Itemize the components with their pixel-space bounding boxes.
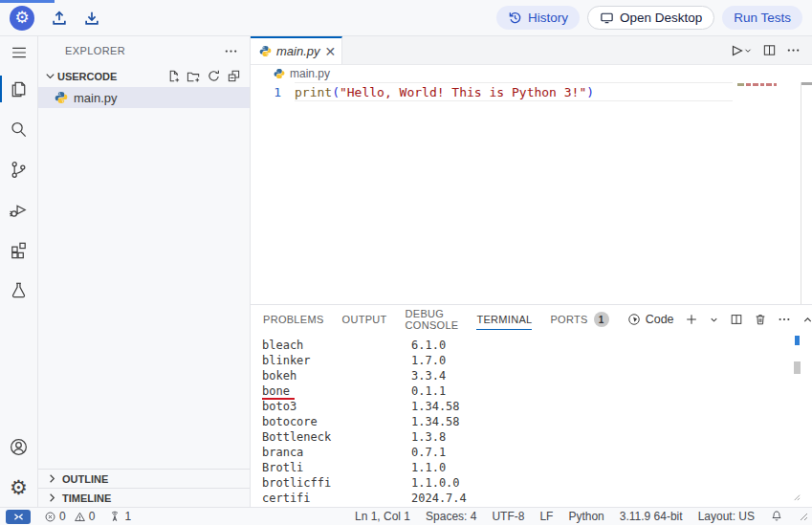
source-control-icon	[8, 159, 30, 181]
explorer-header: EXPLORER	[38, 36, 250, 65]
minimap-code-mark	[746, 83, 751, 86]
notifications-bell-icon[interactable]	[770, 510, 783, 523]
terminal-row: certifi2024.7.4	[262, 491, 812, 506]
cursor-position-status[interactable]: Ln 1, Col 1	[355, 510, 410, 523]
maximize-panel-chevron-up-icon[interactable]	[801, 314, 812, 326]
sidebar-item-run-debug[interactable]	[0, 189, 38, 230]
line-number[interactable]: 1	[251, 85, 281, 99]
code-line[interactable]: 1print("Hello, World! This is Python 3!"…	[251, 82, 732, 101]
package-name: certifi	[262, 492, 311, 505]
terminal-dropdown-chevron-icon[interactable]	[709, 315, 719, 325]
minimap-code-mark	[753, 83, 758, 86]
breadcrumb-label: main.py	[290, 67, 330, 80]
code-editor[interactable]: 1print("Hello, World! This is Python 3!"…	[251, 82, 812, 304]
collapse-all-icon[interactable]	[227, 69, 241, 83]
forwarded-ports-status[interactable]: 1	[108, 510, 131, 523]
upload-button[interactable]	[48, 7, 71, 30]
package-version: 1.34.58	[411, 414, 460, 429]
sidebar-item-extensions[interactable]	[0, 230, 38, 270]
tab-close-icon[interactable]: ✕	[325, 45, 337, 58]
terminal-output[interactable]: bleach6.1.0 blinker1.7.0 bokeh3.3.4 bone…	[251, 334, 812, 507]
gear-glyph: ⚙	[14, 10, 29, 26]
explorer-sidebar: EXPLORER USERCODE main.py OUT	[38, 36, 251, 507]
new-folder-icon[interactable]	[187, 69, 201, 83]
timeline-section[interactable]: TIMELINE	[38, 488, 250, 507]
history-label: History	[528, 11, 568, 25]
beaker-icon	[8, 279, 30, 301]
package-name: Bottleneck	[262, 430, 331, 444]
breadcrumb: main.py	[251, 65, 812, 82]
settings-gear-icon[interactable]: ⚙	[0, 467, 38, 507]
outline-label: OUTLINE	[62, 473, 108, 485]
split-terminal-icon[interactable]	[730, 313, 743, 326]
refresh-icon[interactable]	[207, 69, 221, 83]
ports-count-badge: 1	[594, 312, 609, 327]
terminal-row: Bottleneck1.3.8	[262, 429, 812, 445]
kill-terminal-trash-icon[interactable]	[754, 313, 767, 326]
history-button[interactable]: History	[496, 6, 580, 30]
python-file-icon	[274, 68, 285, 79]
tab-main-py[interactable]: main.py ✕	[251, 36, 342, 64]
python-interpreter-status[interactable]: 3.11.9 64-bit	[620, 510, 683, 523]
vscode-web-window: ⚙ History Open Desktop Run Tests	[0, 0, 812, 525]
package-name: bokeh	[262, 369, 296, 383]
editor-scrollbar-thumb[interactable]	[801, 82, 812, 85]
sidebar-item-explorer[interactable]	[0, 69, 38, 109]
tab-ports[interactable]: PORTS 1	[550, 305, 608, 334]
keyboard-layout-status[interactable]: Layout: US	[698, 510, 755, 523]
terminal-profile-selector[interactable]: Code	[627, 313, 674, 326]
open-desktop-label: Open Desktop	[620, 11, 702, 25]
open-desktop-button[interactable]: Open Desktop	[587, 6, 714, 30]
minimap-code-mark	[737, 83, 744, 86]
new-terminal-icon[interactable]	[685, 313, 698, 326]
problems-status[interactable]: 0 0	[44, 510, 95, 523]
chevron-down-icon	[43, 69, 57, 83]
eol-status[interactable]: LF	[539, 510, 553, 523]
window-resize-grip-icon[interactable]	[799, 512, 808, 521]
sidebar-item-testing[interactable]	[0, 270, 38, 310]
encoding-status[interactable]: UTF-8	[492, 510, 524, 523]
terminal-row: brotlicffi1.1.0.0	[262, 475, 812, 491]
panel-resize-grip-icon[interactable]	[792, 492, 801, 501]
minimap-code-mark	[774, 83, 777, 86]
language-mode-status[interactable]: Python	[568, 510, 604, 523]
explorer-more-actions-icon[interactable]	[224, 44, 238, 58]
more-actions-icon[interactable]	[786, 43, 801, 57]
breadcrumb-item-main-py[interactable]: main.py	[274, 67, 330, 80]
tab-problems[interactable]: PROBLEMS	[263, 305, 324, 334]
tab-label: main.py	[276, 44, 320, 58]
sidebar-item-source-control[interactable]	[0, 149, 38, 189]
indentation-status[interactable]: Spaces: 4	[426, 510, 476, 523]
tab-debug-console[interactable]: DEBUG CONSOLE	[406, 305, 459, 334]
remote-icon	[12, 511, 25, 523]
download-button[interactable]	[80, 7, 103, 30]
run-file-button[interactable]	[728, 43, 753, 58]
explorer-section-actions	[166, 69, 241, 83]
file-item-main-py[interactable]: main.py	[38, 87, 250, 108]
outline-section[interactable]: OUTLINE	[38, 469, 250, 488]
split-editor-icon[interactable]	[762, 43, 777, 57]
python-file-icon	[259, 45, 272, 57]
package-name: blinker	[262, 354, 311, 367]
search-icon	[8, 119, 30, 141]
new-file-icon[interactable]	[166, 69, 181, 83]
terminal-scrollbar-thumb[interactable]	[794, 361, 801, 374]
sidebar-item-search[interactable]	[0, 109, 38, 149]
package-version: 6.1.0	[411, 338, 446, 353]
package-version: 2024.7.4	[411, 491, 467, 506]
minimap[interactable]	[732, 82, 801, 304]
ports-label: PORTS	[550, 314, 587, 325]
explorer-section-usercode[interactable]: USERCODE	[38, 65, 250, 87]
panel-more-actions-icon[interactable]	[778, 313, 791, 326]
chevron-right-icon	[45, 491, 59, 505]
account-icon[interactable]	[0, 427, 38, 467]
app-logo-gear-icon[interactable]: ⚙	[10, 6, 34, 31]
page-load-progress-bar	[0, 0, 55, 3]
file-name-label: main.py	[74, 91, 118, 105]
history-icon	[508, 11, 522, 25]
run-tests-button[interactable]: Run Tests	[722, 6, 802, 30]
remote-indicator[interactable]	[6, 510, 31, 524]
tab-terminal[interactable]: TERMINAL	[476, 305, 532, 334]
menu-icon[interactable]	[0, 36, 38, 69]
tab-output[interactable]: OUTPUT	[342, 305, 387, 334]
